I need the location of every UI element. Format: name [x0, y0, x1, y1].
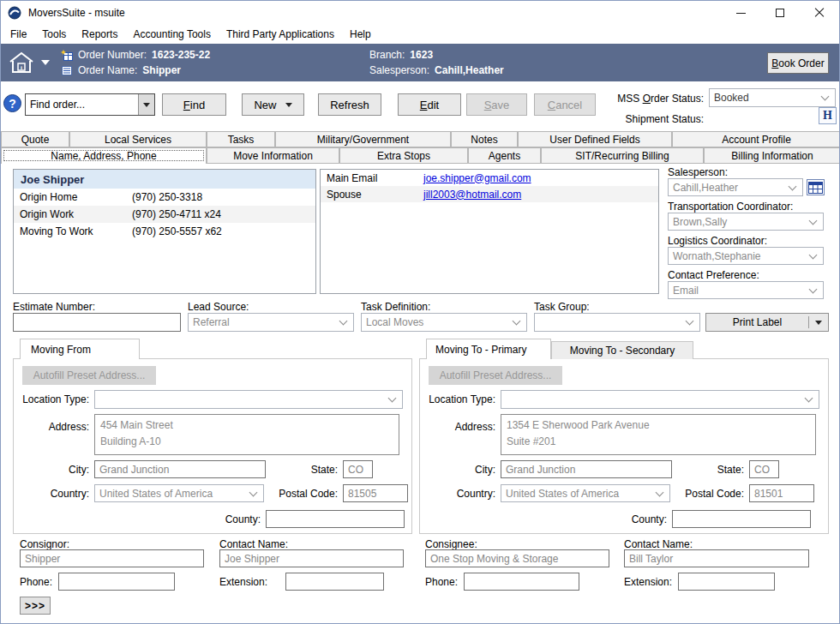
salesperson-select[interactable]: Cahill,Heather	[668, 178, 803, 196]
email-link[interactable]: joe.shipper@gmail.com	[423, 172, 531, 184]
dropdown-arrow-icon	[143, 103, 150, 107]
address-textarea[interactable]: 1354 E Sherwood Park Avenue Suite #201	[501, 414, 816, 455]
tab-agents[interactable]: Agents	[468, 147, 541, 164]
title-bar: MoversSuite - msuite	[1, 1, 839, 25]
menu-reports[interactable]: Reports	[74, 26, 125, 43]
chevron-down-icon	[809, 216, 818, 225]
tab-name-address-phone[interactable]: Name, Address, Phone	[1, 147, 207, 164]
consignor-label: Consignor:	[20, 538, 69, 550]
autofill-preset-address-button[interactable]: Autofill Preset Address...	[22, 366, 156, 385]
email-row: Main Email joe.shipper@gmail.com	[321, 170, 658, 186]
branch-label: Branch:	[369, 49, 405, 61]
consignee-contact-name-label: Contact Name:	[624, 538, 693, 550]
consignor-phone-input[interactable]	[58, 573, 175, 591]
app-window: MoversSuite - msuite File Tools Reports …	[0, 0, 840, 624]
print-label-button[interactable]: Print Label	[705, 313, 829, 332]
contact-preference-select[interactable]: Email	[668, 281, 824, 299]
postal-code-label: Postal Code:	[677, 488, 744, 500]
address-label: Address:	[420, 421, 495, 433]
location-type-select[interactable]	[94, 390, 403, 409]
chevron-down-icon	[789, 182, 797, 190]
lead-source-select[interactable]: Referral	[188, 313, 354, 332]
city-input[interactable]	[501, 460, 672, 478]
close-icon	[814, 8, 825, 18]
tab-notes[interactable]: Notes	[451, 131, 518, 147]
consignee-extension-input[interactable]	[678, 573, 775, 591]
svg-text:i: i	[21, 64, 22, 71]
county-input[interactable]	[266, 510, 405, 528]
maximize-button[interactable]	[760, 1, 800, 25]
find-order-combobox[interactable]	[25, 93, 155, 116]
tab-tasks[interactable]: Tasks	[207, 131, 275, 147]
help-icon[interactable]: ?	[3, 94, 21, 112]
find-order-input[interactable]	[26, 94, 138, 115]
task-group-select[interactable]	[534, 313, 700, 332]
refresh-button[interactable]: Refresh	[318, 93, 381, 116]
window-title: MoversSuite - msuite	[28, 7, 125, 19]
tab-military-government[interactable]: Military/Government	[275, 131, 451, 147]
city-label: City:	[14, 464, 89, 476]
country-select[interactable]: United States of America	[94, 484, 264, 502]
tab-extra-stops[interactable]: Extra Stops	[339, 147, 468, 164]
location-type-select[interactable]	[501, 390, 819, 409]
consignee-contact-name-input[interactable]	[624, 549, 809, 567]
cancel-button[interactable]: Cancel	[534, 93, 596, 116]
phone-row: Moving To Work (970) 250-5557 x62	[14, 223, 315, 240]
consignee-phone-input[interactable]	[464, 573, 579, 591]
county-input[interactable]	[672, 510, 811, 528]
location-type-label: Location Type:	[14, 393, 89, 405]
tab-moving-to-primary[interactable]: Moving To - Primary	[426, 339, 551, 359]
logistics-coordinator-select[interactable]: Wornath,Stephanie	[668, 247, 824, 265]
tab-account-profile[interactable]: Account Profile	[672, 131, 840, 147]
estimate-number-label: Estimate Number:	[13, 301, 95, 313]
state-input[interactable]	[343, 460, 373, 478]
edit-button[interactable]: Edit	[398, 93, 461, 116]
city-input[interactable]	[94, 460, 266, 478]
tab-billing-information[interactable]: Billing Information	[704, 147, 840, 164]
tab-local-services[interactable]: Local Services	[69, 131, 207, 147]
email-link[interactable]: jill2003@hotmail.com	[423, 189, 521, 201]
tab-moving-from[interactable]: Moving From	[20, 339, 140, 359]
consignee-label: Consignee:	[425, 538, 477, 550]
tab-move-information[interactable]: Move Information	[207, 147, 339, 164]
tab-user-defined-fields[interactable]: User Defined Fields	[518, 131, 672, 147]
book-order-button[interactable]: Book Order	[767, 52, 829, 74]
transportation-coordinator-select[interactable]: Brown,Sally	[668, 213, 824, 231]
menu-accounting-tools[interactable]: Accounting Tools	[125, 26, 219, 43]
new-button[interactable]: New	[242, 93, 304, 116]
consignee-input[interactable]	[425, 549, 609, 567]
tab-sit-recurring-billing[interactable]: SIT/Recurring Billing	[541, 147, 704, 164]
save-button[interactable]: Save	[466, 93, 527, 116]
task-definition-select[interactable]: Local Moves	[361, 313, 527, 332]
order-info-menu-button[interactable]: i	[8, 49, 57, 76]
consignor-extension-input[interactable]	[285, 573, 384, 591]
close-button[interactable]	[800, 1, 839, 25]
phone-row: Origin Home (970) 250-3318	[14, 189, 315, 206]
menu-help[interactable]: Help	[342, 26, 379, 43]
salesperson-schedule-icon-button[interactable]	[807, 179, 825, 195]
find-button[interactable]: Find	[162, 93, 226, 116]
shipment-status-history-button[interactable]: H	[819, 107, 837, 124]
tab-quote[interactable]: Quote	[1, 131, 69, 147]
consignor-input[interactable]	[20, 549, 204, 567]
location-type-label: Location Type:	[420, 393, 495, 405]
minimize-button[interactable]	[721, 1, 760, 25]
address-textarea[interactable]: 454 Main Street Building A-10	[94, 414, 399, 455]
menu-file[interactable]: File	[3, 26, 34, 43]
consignor-contact-name-input[interactable]	[219, 549, 404, 567]
dropdown-arrow-icon	[41, 60, 50, 65]
estimate-number-input[interactable]	[13, 313, 181, 332]
tab-moving-to-secondary[interactable]: Moving To - Secondary	[551, 341, 693, 359]
expand-more-button[interactable]: >>>	[20, 597, 51, 615]
mss-order-status-select[interactable]: Booked	[709, 88, 836, 107]
order-name-label: Order Name:	[78, 64, 137, 76]
postal-code-input[interactable]	[749, 484, 814, 502]
find-order-dropdown-button[interactable]	[138, 94, 154, 115]
country-select[interactable]: United States of America	[501, 484, 670, 502]
menu-tools[interactable]: Tools	[34, 26, 74, 43]
consignor-phone-label: Phone:	[20, 576, 52, 588]
menu-third-party-applications[interactable]: Third Party Applications	[219, 26, 342, 43]
postal-code-input[interactable]	[343, 484, 408, 502]
autofill-preset-address-button[interactable]: Autofill Preset Address...	[429, 366, 562, 385]
state-input[interactable]	[749, 460, 779, 478]
